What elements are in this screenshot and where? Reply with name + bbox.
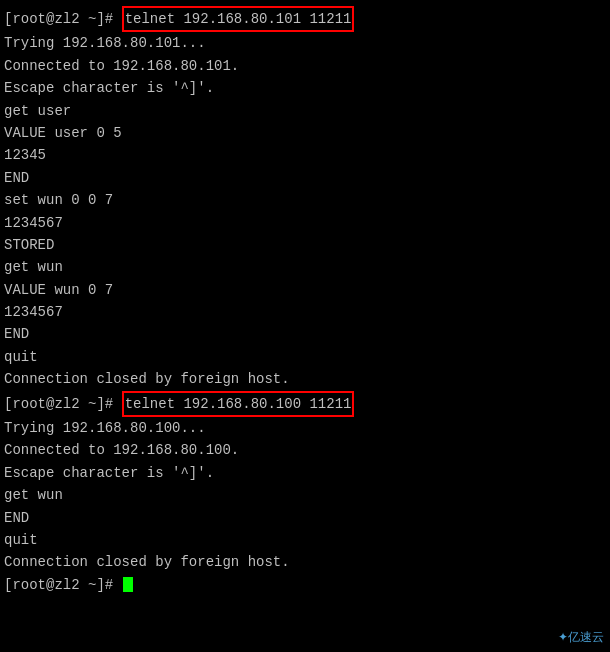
highlighted-command-2: telnet 192.168.80.100 11211 <box>122 391 355 417</box>
prompt-18: [root@zl2 ~]# <box>4 393 122 415</box>
output-25: Connection closed by foreign host. <box>4 551 290 573</box>
output-13: VALUE wun 0 7 <box>4 279 113 301</box>
output-5: get user <box>4 100 71 122</box>
terminal-window: [root@zl2 ~]# telnet 192.168.80.101 1121… <box>0 0 610 652</box>
output-4: Escape character is '^]'. <box>4 77 214 99</box>
output-17: Connection closed by foreign host. <box>4 368 290 390</box>
output-6: VALUE user 0 5 <box>4 122 122 144</box>
output-24: quit <box>4 529 38 551</box>
output-3: Connected to 192.168.80.101. <box>4 55 239 77</box>
output-2: Trying 192.168.80.101... <box>4 32 206 54</box>
highlighted-command-1: telnet 192.168.80.101 11211 <box>122 6 355 32</box>
line-24: quit <box>4 529 606 551</box>
output-8: END <box>4 167 29 189</box>
line-25: Connection closed by foreign host. <box>4 551 606 573</box>
line-3: Connected to 192.168.80.101. <box>4 55 606 77</box>
line-15: END <box>4 323 606 345</box>
line-5: get user <box>4 100 606 122</box>
line-22: get wun <box>4 484 606 506</box>
watermark: ✦亿速云 <box>558 629 604 646</box>
output-20: Connected to 192.168.80.100. <box>4 439 239 461</box>
line-19: Trying 192.168.80.100... <box>4 417 606 439</box>
prompt-26: [root@zl2 ~]# <box>4 574 122 596</box>
line-14: 1234567 <box>4 301 606 323</box>
line-17: Connection closed by foreign host. <box>4 368 606 390</box>
output-21: Escape character is '^]'. <box>4 462 214 484</box>
line-20: Connected to 192.168.80.100. <box>4 439 606 461</box>
line-7: 12345 <box>4 144 606 166</box>
line-4: Escape character is '^]'. <box>4 77 606 99</box>
line-6: VALUE user 0 5 <box>4 122 606 144</box>
cursor <box>123 577 133 592</box>
watermark-icon: ✦ <box>558 630 568 644</box>
line-23: END <box>4 507 606 529</box>
watermark-brand: 亿速云 <box>568 630 604 644</box>
output-15: END <box>4 323 29 345</box>
line-26: [root@zl2 ~]# <box>4 574 606 596</box>
line-18: [root@zl2 ~]# telnet 192.168.80.100 1121… <box>4 391 606 417</box>
output-9: set wun 0 0 7 <box>4 189 113 211</box>
output-22: get wun <box>4 484 63 506</box>
output-10: 1234567 <box>4 212 63 234</box>
line-12: get wun <box>4 256 606 278</box>
output-12: get wun <box>4 256 63 278</box>
line-13: VALUE wun 0 7 <box>4 279 606 301</box>
output-19: Trying 192.168.80.100... <box>4 417 206 439</box>
line-16: quit <box>4 346 606 368</box>
line-21: Escape character is '^]'. <box>4 462 606 484</box>
line-9: set wun 0 0 7 <box>4 189 606 211</box>
line-10: 1234567 <box>4 212 606 234</box>
output-11: STORED <box>4 234 54 256</box>
line-2: Trying 192.168.80.101... <box>4 32 606 54</box>
line-1: [root@zl2 ~]# telnet 192.168.80.101 1121… <box>4 6 606 32</box>
output-14: 1234567 <box>4 301 63 323</box>
line-8: END <box>4 167 606 189</box>
output-16: quit <box>4 346 38 368</box>
output-7: 12345 <box>4 144 46 166</box>
line-11: STORED <box>4 234 606 256</box>
output-23: END <box>4 507 29 529</box>
prompt-1: [root@zl2 ~]# <box>4 8 122 30</box>
